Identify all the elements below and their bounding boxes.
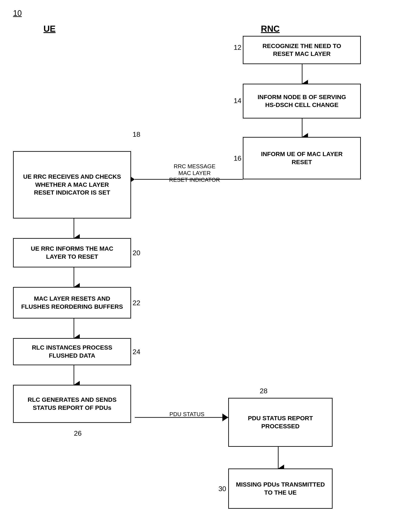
pdu-status-label: PDU STATUS <box>148 411 226 418</box>
label-22: 22 <box>132 299 140 307</box>
rnc-column-label: RNC <box>261 24 280 34</box>
box-16: INFORM UE OF MAC LAYERRESET <box>243 137 361 179</box>
ue-column-label: UE <box>44 24 56 34</box>
box-28: PDU STATUS REPORTPROCESSED <box>228 398 333 447</box>
fig-label: 10 <box>13 9 22 18</box>
diagram-container: 10 UE RNC <box>0 0 403 532</box>
label-28: 28 <box>260 387 268 395</box>
label-18: 18 <box>132 130 140 139</box>
label-20: 20 <box>132 249 140 257</box>
box-20: UE RRC INFORMS THE MACLAYER TO RESET <box>13 238 131 267</box>
box-22: MAC LAYER RESETS ANDFLUSHES REORDERING B… <box>13 287 131 318</box>
label-24: 24 <box>132 348 140 356</box>
box-30: MISSING PDUs TRANSMITTEDTO THE UE <box>228 469 333 509</box>
box-12: RECOGNIZE THE NEED TORESET MAC LAYER <box>243 36 361 64</box>
label-26: 26 <box>74 429 82 437</box>
box-24: RLC INSTANCES PROCESSFLUSHED DATA <box>13 338 131 365</box>
label-12: 12 <box>234 44 241 51</box>
label-30: 30 <box>219 485 226 493</box>
label-14: 14 <box>234 97 241 105</box>
box-26: RLC GENERATES AND SENDSSTATUS REPORT OF … <box>13 385 131 423</box>
box-14: INFORM NODE B OF SERVINGHS-DSCH CELL CHA… <box>243 84 361 119</box>
rrc-message-label: RRC MESSAGEMAC LAYERRESET INDICATOR <box>148 163 241 183</box>
label-16: 16 <box>234 154 241 162</box>
box-18: UE RRC RECEIVES AND CHECKSWHETHER A MAC … <box>13 151 131 218</box>
